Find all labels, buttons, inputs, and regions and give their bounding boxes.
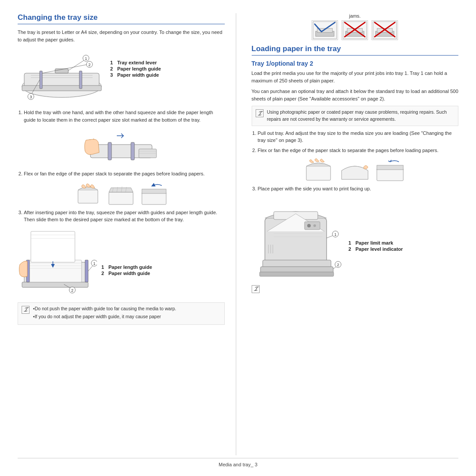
svg-rect-40 [85, 260, 88, 282]
tray-legend: 1 Tray extend lever 2 Paper length guide… [110, 60, 161, 78]
right-note-icon: 𝓘 [256, 109, 264, 117]
page: Changing the tray size The tray is prese… [0, 0, 476, 476]
content-area: Changing the tray size The tray is prese… [18, 13, 458, 455]
svg-rect-62 [377, 165, 403, 170]
right-note-box: 𝓘 Using photographic paper or coated pap… [252, 106, 459, 126]
bottom-legend-row-2: 2 Paper width guide [101, 271, 152, 276]
load-diagram: 1 2 [18, 227, 97, 299]
svg-rect-35 [29, 260, 82, 282]
printer-legend-row-2: 2 Paper level indicator [349, 246, 403, 252]
svg-text:1: 1 [334, 232, 336, 237]
svg-line-8 [68, 59, 86, 71]
right-step-3-list: Place paper with the side you want to pr… [258, 185, 459, 193]
right-fan-3 [375, 157, 405, 182]
svg-rect-61 [377, 168, 403, 181]
svg-text:2: 2 [337, 263, 339, 267]
right-fan-2 [339, 157, 370, 182]
fan-diagram-3 [140, 181, 168, 205]
printer-diagram: 1 2 [252, 196, 344, 281]
printer-legend: 1 Paper limit mark 2 Paper level indicat… [349, 240, 403, 253]
svg-text:1: 1 [85, 56, 87, 61]
jams-label: jams. [252, 13, 459, 19]
left-note-box: 𝓘 •Do not push the paper width guide too… [18, 302, 225, 325]
svg-rect-34 [22, 282, 88, 287]
check-cross-row [252, 20, 459, 40]
left-intro: The tray is preset to Letter or A4 size,… [18, 29, 225, 43]
right-column: jams. [249, 13, 459, 455]
right-subsection-title: Tray 1/optional tray 2 [252, 60, 459, 67]
svg-rect-31 [142, 192, 166, 205]
svg-rect-6 [79, 71, 82, 89]
printer-legend-row-1: 1 Paper limit mark [349, 240, 403, 245]
right-steps: Pull out tray. And adjust the tray size … [258, 130, 459, 154]
tray-diagram: 1 2 3 [18, 47, 106, 105]
step-3: After inserting paper into the tray, squ… [24, 209, 225, 223]
svg-rect-60 [306, 166, 331, 180]
svg-rect-76 [305, 222, 320, 230]
step-2-list: Flex or fan the edge of the paper stack … [24, 170, 225, 178]
page-footer: Media and tray_ 3 [18, 458, 458, 467]
bottom-legend-row-1: 1 Paper length guide [101, 264, 152, 270]
svg-rect-26 [109, 192, 133, 205]
legend-row-2: 2 Paper length guide [110, 66, 161, 71]
svg-rect-32 [142, 189, 166, 193]
bullet-note-1: •Do not push the paper width guide too f… [33, 305, 176, 312]
fan-diagram-1 [74, 181, 102, 205]
svg-rect-5 [40, 71, 42, 89]
step-2: Flex or fan the edge of the paper stack … [24, 170, 225, 178]
step1-diagram [18, 127, 225, 167]
right-section-title: Loading paper in the tray [252, 45, 459, 56]
right-step-1: Pull out tray. And adjust the tray size … [258, 130, 459, 144]
svg-rect-18 [108, 142, 112, 160]
svg-rect-69 [260, 272, 334, 276]
step-3-list: After inserting paper into the tray, squ… [24, 209, 225, 223]
svg-text:2: 2 [71, 288, 73, 293]
footer-text: Media and tray_ 3 [219, 462, 257, 467]
left-steps: Hold the tray with one hand, and with th… [24, 109, 225, 123]
svg-point-78 [313, 224, 316, 227]
svg-point-77 [307, 224, 311, 227]
fan-diagram-2 [107, 181, 135, 205]
legend-row-1: 1 Tray extend lever [110, 60, 161, 65]
cross-box-1 [342, 20, 368, 40]
svg-text:2: 2 [88, 63, 90, 67]
bottom-legend: 1 Paper length guide 2 Paper width guide [101, 264, 152, 277]
svg-text:1: 1 [93, 261, 95, 266]
left-column: Changing the tray size The tray is prese… [18, 13, 236, 455]
right-step-3: Place paper with the side you want to pr… [258, 185, 459, 193]
svg-text:3: 3 [30, 95, 32, 99]
right-fan-diagrams [252, 157, 459, 182]
svg-rect-25 [78, 190, 98, 203]
right-para-1: Load the print media you use for the maj… [252, 70, 459, 84]
legend-row-3: 3 Paper width guide [110, 72, 161, 78]
bullet-note-2: •If you do not adjust the paper width gu… [33, 313, 176, 320]
note-icon: 𝓘 [22, 306, 30, 314]
right-bottom-note-icon: 𝓘 [252, 285, 260, 293]
right-fan-1 [304, 157, 335, 182]
svg-rect-42 [31, 231, 75, 262]
fan-paper-diagrams [18, 181, 225, 205]
cross-box-2 [372, 20, 398, 40]
left-section-title: Changing the tray size [18, 13, 225, 24]
right-note-text: Using photographic paper or coated paper… [267, 109, 455, 123]
right-para-2: You can purchase an optional tray and at… [252, 88, 459, 102]
bullet-notes: •Do not push the paper width guide too f… [33, 305, 176, 322]
step-1: Hold the tray with one hand, and with th… [24, 109, 225, 123]
svg-rect-19 [131, 142, 134, 160]
right-step-2: Flex or fan the edge of the paper stack … [258, 147, 459, 154]
check-box [312, 20, 338, 40]
